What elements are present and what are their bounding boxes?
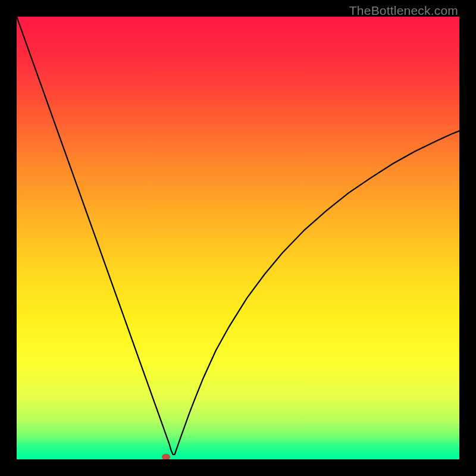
chart-frame: TheBottleneck.com: [0, 0, 476, 476]
curve-layer: [17, 17, 459, 459]
watermark-text: TheBottleneck.com: [349, 4, 458, 18]
plot-area: [17, 17, 459, 459]
optimum-marker: [162, 453, 170, 459]
bottleneck-curve: [17, 17, 459, 455]
